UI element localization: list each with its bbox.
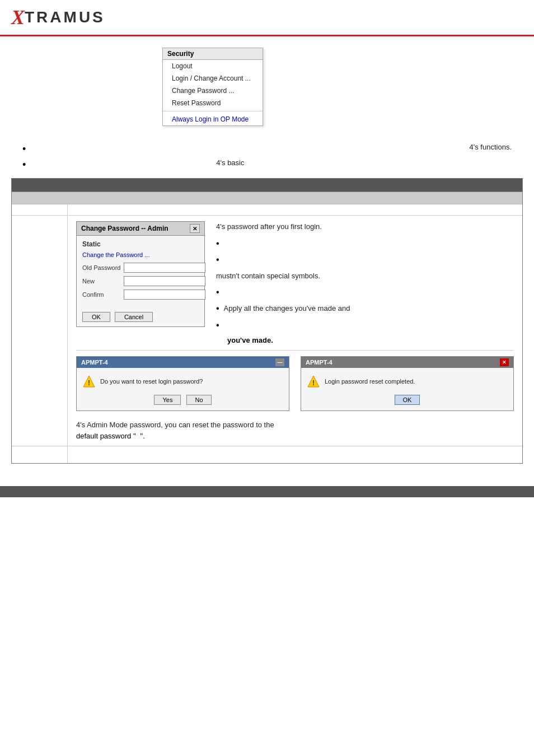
dialog-section: Static Change the Password ... Old Passw… — [77, 236, 204, 307]
rbullet-1: 4's password after you first login. — [216, 221, 514, 232]
menu-item-login-change[interactable]: Login / Change Account ... — [163, 72, 263, 85]
apmpt-right-message-row: ! Login password reset completed. — [307, 375, 508, 388]
ok-button[interactable]: OK — [82, 312, 110, 322]
apmpt-left-message: Do you want to reset login password? — [100, 378, 203, 385]
bullet-dot-2: • — [22, 160, 26, 170]
warning-icon-left: ! — [82, 375, 96, 388]
rbullet-dot-2: • — [216, 239, 219, 249]
confirm-password-row: Confirm — [82, 290, 199, 300]
logo-x: X — [11, 6, 25, 29]
youve-made-text: you've made. — [227, 336, 273, 344]
rbullet-dot-6: • — [216, 304, 219, 314]
change-password-link[interactable]: Change the Password ... — [82, 251, 199, 258]
menu-item-logout[interactable]: Logout — [163, 60, 263, 72]
old-password-input[interactable] — [124, 263, 205, 273]
menu-item-reset-password[interactable]: Reset Password — [163, 97, 263, 109]
apmpt-right-close[interactable]: ✕ — [500, 358, 509, 366]
cancel-button[interactable]: Cancel — [115, 312, 153, 322]
svg-text:!: ! — [88, 379, 90, 387]
rbullet-text-4: mustn't contain special symbols. — [216, 270, 320, 282]
menu-item-always-login[interactable]: Always Login in OP Mode — [163, 113, 263, 125]
rbullet-3: • — [216, 254, 514, 265]
menu-divider — [163, 111, 263, 111]
security-dropdown: Security Logout Login / Change Account .… — [162, 48, 263, 126]
yes-button[interactable]: Yes — [154, 395, 181, 405]
rbullet-6: • Apply all the changes you've made and — [216, 303, 514, 314]
menu-item-change-password[interactable]: Change Password ... — [163, 85, 263, 97]
nav-area: Security Logout Login / Change Account .… — [0, 36, 534, 137]
apmpt-dialog-pair: APMPT-4 — ! — [76, 356, 514, 411]
table-blank-row-1 — [12, 204, 522, 216]
rbullet-7: • — [216, 320, 514, 330]
confirm-password-input[interactable] — [124, 290, 205, 300]
dialog-section-label: Static — [82, 240, 199, 248]
table-left-col — [12, 216, 68, 446]
reset-section: APMPT-4 — ! — [76, 350, 514, 440]
change-password-dialog: Change Password -- Admin ✕ Static Change… — [76, 221, 205, 327]
default-password-label: default password " — [76, 432, 136, 440]
close-x-icon: ✕ — [502, 360, 507, 365]
apmpt-right-title-bar: APMPT-4 ✕ — [301, 357, 513, 368]
apmpt-right-buttons: OK — [395, 395, 420, 405]
apmpt-left-controls: — — [275, 358, 284, 366]
rbullet-2: • — [216, 238, 514, 249]
apmpt-dialog-left: APMPT-4 — ! — [76, 356, 289, 411]
bottom-bar — [0, 486, 534, 497]
logo-text: TRAMUS — [25, 8, 105, 26]
bullet-row-1: • 4's functions. — [22, 143, 512, 154]
bullet-text-1: 4's functions. — [470, 143, 512, 151]
top-bullets-area: • 4's functions. • 4's basic — [0, 137, 534, 175]
bullet-dot-1: • — [22, 144, 26, 154]
close-icon: ✕ — [193, 226, 197, 232]
bullet-text-2: 4's basic — [216, 158, 244, 167]
apmpt-left-body: ! Do you want to reset login password? Y… — [77, 368, 289, 410]
right-bullets: 4's password after you first login. • • … — [216, 221, 514, 344]
table-main-col: Change Password -- Admin ✕ Static Change… — [68, 216, 522, 446]
old-password-row: Old Password — [82, 263, 199, 273]
apmpt-ok-button[interactable]: OK — [395, 395, 420, 405]
reset-desc-line2-row: default password " ". — [76, 432, 514, 440]
rbullet-youve-made: you've made. — [216, 336, 514, 344]
table-header-dark — [12, 179, 522, 192]
rbullet-5: • — [216, 287, 514, 297]
bullet-row-2: • 4's basic — [22, 158, 512, 170]
dialog-title-bar: Change Password -- Admin ✕ — [77, 222, 204, 236]
dialog-buttons: OK Cancel — [77, 307, 204, 326]
table-content-row: Change Password -- Admin ✕ Static Change… — [12, 216, 522, 446]
reset-desc: 4's Admin Mode password, you can reset t… — [76, 418, 514, 432]
rbullet-text-1: 4's password after you first login. — [216, 221, 322, 232]
rbullet-4: mustn't contain special symbols. — [216, 270, 514, 282]
apmpt-left-buttons: Yes No — [154, 395, 211, 405]
dialog-title-text: Change Password -- Admin — [81, 225, 168, 232]
table-bottom-row — [12, 446, 522, 463]
old-password-label: Old Password — [82, 264, 121, 271]
reset-desc-line3: ". — [140, 432, 145, 440]
rbullet-dot-7: • — [216, 320, 219, 330]
new-password-label: New — [82, 278, 121, 284]
new-password-input[interactable] — [124, 276, 205, 286]
dialog-and-bullets: Change Password -- Admin ✕ Static Change… — [76, 221, 514, 344]
apmpt-right-message: Login password reset completed. — [325, 378, 415, 385]
apmpt-right-body: ! Login password reset completed. OK — [301, 368, 513, 410]
apmpt-left-title: APMPT-4 — [81, 359, 108, 366]
apmpt-left-message-row: ! Do you want to reset login password? — [82, 375, 283, 388]
rbullet-dot-5: • — [216, 287, 219, 297]
minimize-icon[interactable]: — — [275, 358, 284, 366]
no-button[interactable]: No — [186, 395, 211, 405]
confirm-password-label: Confirm — [82, 291, 121, 298]
warning-icon-right: ! — [307, 375, 320, 388]
dialog-close-button[interactable]: ✕ — [190, 224, 200, 233]
rbullet-dot-3: • — [216, 255, 219, 265]
header: X TRAMUS — [0, 0, 534, 36]
table-sub-header — [12, 192, 522, 204]
new-password-row: New — [82, 276, 199, 286]
rbullet-text-6: Apply all the changes you've made and — [224, 303, 350, 314]
main-content-table: Change Password -- Admin ✕ Static Change… — [11, 178, 523, 464]
apmpt-right-title: APMPT-4 — [306, 359, 332, 366]
apmpt-left-title-bar: APMPT-4 — — [77, 357, 289, 368]
reset-desc-line1: 4's Admin Mode password, you can reset t… — [76, 421, 274, 429]
apmpt-dialog-right: APMPT-4 ✕ ! — [301, 356, 514, 411]
svg-text:!: ! — [312, 379, 315, 387]
security-menu-header[interactable]: Security — [163, 48, 263, 60]
